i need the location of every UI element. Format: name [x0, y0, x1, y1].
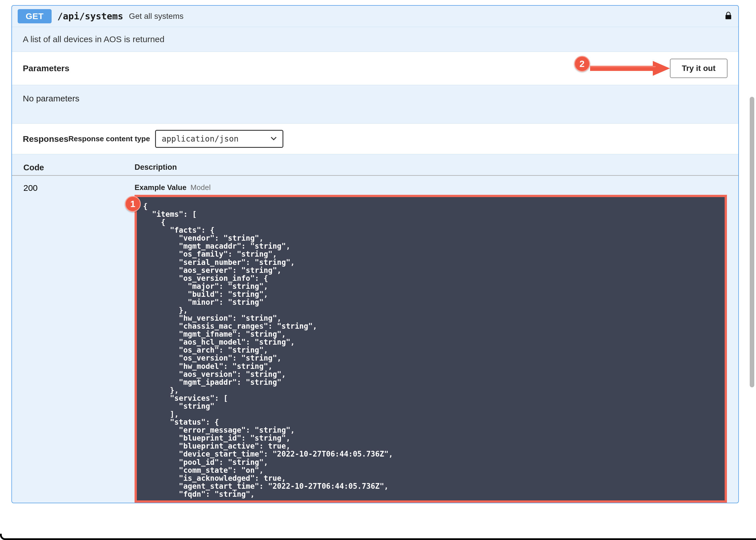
endpoint-summary: Get all systems	[129, 12, 183, 21]
operation-description: A list of all devices in AOS is returned	[12, 27, 738, 52]
http-method-badge: GET	[18, 9, 52, 23]
tab-example-value[interactable]: Example Value	[134, 183, 186, 192]
column-header-code: Code	[23, 163, 134, 172]
responses-bar: Responses Response content type applicat…	[12, 123, 738, 154]
try-it-out-button[interactable]: Try it out	[670, 59, 727, 78]
operation-header[interactable]: GET /api/systems Get all systems	[12, 6, 738, 27]
endpoint-path: /api/systems	[57, 11, 123, 22]
annotation-marker-1: 1	[125, 196, 141, 212]
chevron-down-icon	[271, 134, 277, 144]
scrollbar-thumb[interactable]	[750, 97, 754, 387]
content-type-value: application/json	[162, 134, 239, 144]
window-corner	[0, 534, 756, 540]
annotation-marker-2: 2	[574, 56, 590, 72]
example-tabs: Example Value Model	[134, 183, 727, 192]
response-row: 200 Example Value Model 1 { "items": [ {…	[12, 176, 738, 503]
tab-model[interactable]: Model	[190, 183, 211, 192]
example-value-code[interactable]: { "items": [ { "facts": { "vendor": "str…	[134, 195, 727, 503]
response-table-header: Code Description	[12, 154, 738, 176]
svg-marker-1	[653, 61, 670, 76]
content-type-select[interactable]: application/json	[155, 130, 284, 148]
no-parameters-text: No parameters	[12, 85, 738, 123]
annotation-arrow-2: 2	[590, 60, 670, 77]
response-content-type-label: Response content type	[69, 134, 150, 143]
parameters-bar: Parameters 2 Try it out	[12, 52, 738, 85]
column-header-description: Description	[134, 163, 177, 172]
parameters-title: Parameters	[23, 64, 69, 73]
operation-card: GET /api/systems Get all systems A list …	[11, 5, 739, 503]
response-code: 200	[23, 183, 134, 503]
responses-title: Responses	[23, 134, 69, 144]
scrollbar-track[interactable]	[749, 0, 755, 540]
lock-icon[interactable]	[724, 11, 733, 21]
